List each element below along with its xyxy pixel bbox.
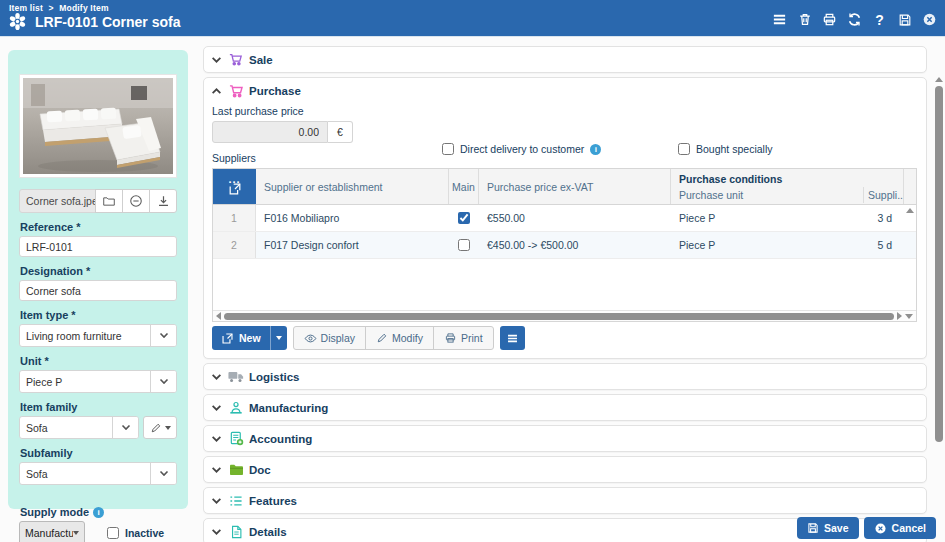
content-area: Corner sofa.jpeg Reference * Designation… <box>0 36 945 542</box>
add-record-icon <box>228 182 242 196</box>
suppliers-table: ... Supplier or establishment Main Purch… <box>212 168 917 322</box>
open-folder-icon[interactable] <box>95 189 123 213</box>
table-body: 1 F016 Mobiliapro €550.00 Piece P 3 d 2 … <box>213 205 916 310</box>
cancel-button[interactable]: Cancel <box>864 517 936 539</box>
bought-specially-checkbox[interactable] <box>678 143 690 155</box>
section-purchase-header[interactable]: Purchase <box>204 78 926 103</box>
chevron-down-icon <box>211 435 223 443</box>
scroll-up-icon[interactable] <box>935 77 943 82</box>
col-header-main[interactable]: Main <box>449 169 479 204</box>
modify-button[interactable]: Modify <box>366 327 434 349</box>
main-supplier-checkbox[interactable] <box>458 212 470 224</box>
supply-mode-value: Manufactur <box>25 527 73 539</box>
designation-field[interactable] <box>19 280 177 301</box>
item-sidebar: Corner sofa.jpeg Reference * Designation… <box>8 50 188 509</box>
list-icon <box>228 495 244 507</box>
scroll-down-icon[interactable] <box>905 314 913 319</box>
direct-delivery-label: Direct delivery to customer <box>460 143 584 155</box>
section-accounting-header[interactable]: Accounting <box>204 426 926 451</box>
save-button-label: Save <box>824 522 849 534</box>
sale-cart-icon <box>228 53 244 66</box>
print-button[interactable]: Print <box>434 327 493 349</box>
row-number: 2 <box>213 232 256 258</box>
new-supplier-button[interactable]: New <box>212 326 287 350</box>
section-logistics-header[interactable]: Logistics <box>204 364 926 389</box>
row-number: 1 <box>213 205 256 231</box>
section-manufacturing-header[interactable]: Manufacturing <box>204 395 926 420</box>
last-purchase-price-field[interactable] <box>212 121 328 143</box>
section-manufacturing: Manufacturing <box>203 394 927 421</box>
supply-mode-select[interactable]: Manufactur <box>19 521 85 542</box>
section-doc: Doc <box>203 456 927 483</box>
section-purchase-title: Purchase <box>249 85 301 97</box>
scroll-right-icon[interactable] <box>897 312 902 320</box>
refresh-icon[interactable] <box>846 11 863 28</box>
section-accounting-title: Accounting <box>249 433 312 445</box>
download-photo-icon[interactable] <box>149 189 177 213</box>
help-icon[interactable]: ? <box>871 11 888 28</box>
menu-icon[interactable] <box>771 11 788 28</box>
bought-specially-label: Bought specially <box>696 143 772 155</box>
pencil-icon <box>150 422 162 434</box>
col-header-unit[interactable]: Purchase unit <box>671 187 863 203</box>
reference-field[interactable] <box>19 236 177 257</box>
section-doc-header[interactable]: Doc <box>204 457 926 482</box>
unit-value: Piece P <box>20 371 150 392</box>
trash-icon[interactable] <box>796 11 813 28</box>
item-type-value: Living room furniture <box>20 325 150 346</box>
scrollbar-thumb[interactable] <box>935 86 943 442</box>
item-type-select[interactable]: Living room furniture <box>19 324 177 347</box>
chevron-down-icon <box>211 497 223 505</box>
chevron-down-icon[interactable] <box>150 463 176 484</box>
chevron-down-icon[interactable] <box>150 325 176 346</box>
photo-filename[interactable]: Corner sofa.jpeg <box>19 189 96 213</box>
table-menu-button[interactable] <box>500 326 525 350</box>
section-sale-header[interactable]: Sale <box>204 47 926 72</box>
modify-button-label: Modify <box>392 332 423 344</box>
subfamily-select[interactable]: Sofa <box>19 462 177 485</box>
save-button[interactable]: Save <box>797 517 859 539</box>
table-row[interactable]: 1 F016 Mobiliapro €550.00 Piece P 3 d <box>213 205 916 232</box>
col-header-conditions[interactable]: Purchase conditions <box>671 171 903 187</box>
cancel-icon <box>874 522 887 535</box>
supply-mode-label: Supply mode <box>20 506 89 518</box>
item-photo[interactable] <box>19 74 177 178</box>
app-logo-icon <box>8 12 27 31</box>
section-features-header[interactable]: Features <box>204 488 926 513</box>
col-header-supplier[interactable]: Supplier or establishment <box>256 169 449 204</box>
display-button[interactable]: Display <box>294 327 366 349</box>
item-family-select[interactable]: Sofa <box>19 416 139 439</box>
remove-photo-icon[interactable] <box>122 189 150 213</box>
currency-addon: € <box>328 121 353 143</box>
scroll-left-icon[interactable] <box>216 312 221 320</box>
table-row[interactable]: 2 F017 Design confort €450.00 -> €500.00… <box>213 232 916 259</box>
ledger-icon <box>228 431 244 446</box>
direct-delivery-checkbox[interactable] <box>442 143 454 155</box>
close-icon[interactable] <box>921 11 938 28</box>
chevron-down-icon[interactable] <box>112 417 138 438</box>
col-header-supplier-delay[interactable]: Suppli... <box>863 187 903 203</box>
main-supplier-checkbox[interactable] <box>458 239 470 251</box>
table-options-button[interactable]: ... <box>213 169 256 204</box>
col-header-price[interactable]: Purchase price ex-VAT <box>479 169 671 204</box>
info-icon[interactable]: i <box>93 507 104 518</box>
reference-label: Reference * <box>20 221 176 233</box>
save-icon[interactable] <box>896 11 913 28</box>
scroll-up-icon[interactable] <box>906 208 914 213</box>
print-icon[interactable] <box>821 11 838 28</box>
inactive-label: Inactive <box>125 527 164 539</box>
edit-family-button[interactable] <box>143 416 177 439</box>
unit-select[interactable]: Piece P <box>19 370 177 393</box>
item-sections: Sale Purchase Last purchase price € <box>203 46 927 542</box>
info-icon[interactable]: i <box>590 144 601 155</box>
cell-delay: 5 d <box>863 232 894 258</box>
scrollbar-thumb[interactable] <box>224 313 894 320</box>
page-vertical-scrollbar[interactable] <box>933 77 944 542</box>
chevron-down-icon[interactable] <box>150 371 176 392</box>
table-horizontal-scrollbar[interactable] <box>213 310 916 321</box>
new-button-caret[interactable] <box>270 326 287 350</box>
caret-down-icon <box>73 531 79 535</box>
inactive-checkbox[interactable] <box>107 527 119 539</box>
table-vertical-scrollbar[interactable] <box>904 205 916 310</box>
section-manufacturing-title: Manufacturing <box>249 402 328 414</box>
